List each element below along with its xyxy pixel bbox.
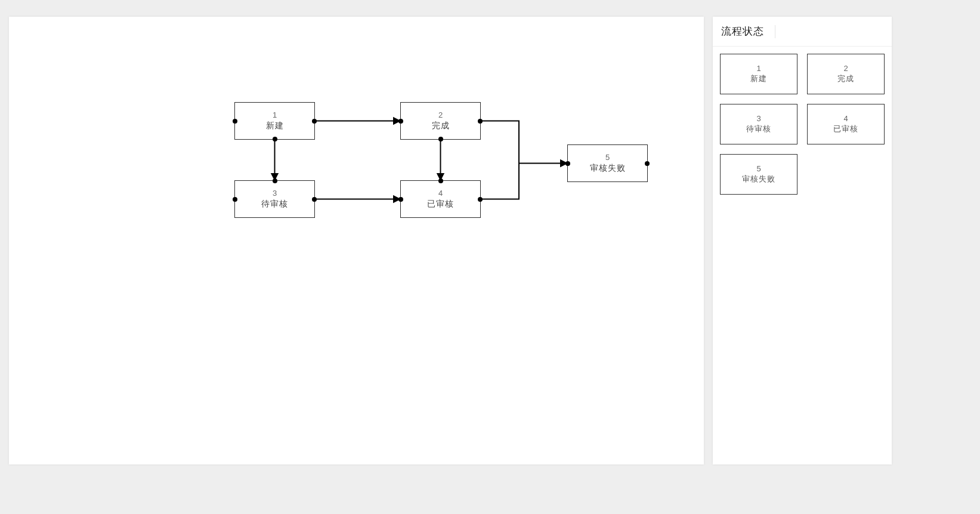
node-port-right[interactable] <box>478 119 483 124</box>
flow-edge-layer <box>9 17 704 464</box>
palette-node-5[interactable]: 5审核失败 <box>720 154 797 195</box>
side-panel-header: 流程状态 <box>713 17 892 47</box>
side-panel: 流程状态 1新建2完成3待审核4已审核5审核失败 <box>713 17 892 464</box>
flow-node-number: 4 <box>438 189 443 198</box>
node-port-left[interactable] <box>398 197 403 202</box>
flow-node-number: 1 <box>273 110 277 119</box>
flow-node-label: 完成 <box>432 121 450 131</box>
palette-node-2[interactable]: 2完成 <box>807 54 885 94</box>
palette-node-label: 待审核 <box>746 124 771 134</box>
node-port-top[interactable] <box>273 178 277 183</box>
flow-node-1[interactable]: 1新建 <box>234 102 315 140</box>
flow-edge-2-5[interactable] <box>481 121 519 199</box>
node-port-left[interactable] <box>233 119 237 124</box>
flow-node-3[interactable]: 3待审核 <box>234 180 315 218</box>
palette-node-number: 1 <box>756 64 760 73</box>
flow-node-number: 3 <box>273 189 277 198</box>
palette-node-label: 新建 <box>750 73 767 84</box>
node-port-left[interactable] <box>233 197 237 202</box>
flow-node-label: 新建 <box>266 121 284 131</box>
flow-node-number: 2 <box>438 110 443 119</box>
flow-canvas-panel: 1新建2完成3待审核4已审核5审核失败 <box>9 17 704 464</box>
node-port-right[interactable] <box>312 119 317 124</box>
palette-node-number: 5 <box>756 164 760 173</box>
side-panel-title: 流程状态 <box>721 24 764 38</box>
palette-node-label: 审核失败 <box>742 174 775 184</box>
palette-node-3[interactable]: 3待审核 <box>720 104 797 144</box>
flow-node-label: 已审核 <box>427 199 454 210</box>
flow-node-label: 待审核 <box>261 199 288 210</box>
side-panel-title-divider <box>775 25 775 38</box>
node-port-left[interactable] <box>565 161 570 166</box>
palette-node-4[interactable]: 4已审核 <box>807 104 885 144</box>
flow-edge-4-5[interactable] <box>481 164 567 199</box>
node-port-bottom[interactable] <box>438 137 443 141</box>
palette-node-label: 已审核 <box>833 124 858 134</box>
flow-node-2[interactable]: 2完成 <box>400 102 481 140</box>
node-port-left[interactable] <box>398 119 403 124</box>
palette-node-1[interactable]: 1新建 <box>720 54 797 94</box>
flow-canvas[interactable]: 1新建2完成3待审核4已审核5审核失败 <box>9 17 704 464</box>
node-port-bottom[interactable] <box>273 137 277 141</box>
flow-node-label: 审核失败 <box>590 163 626 174</box>
palette-node-label: 完成 <box>837 73 854 84</box>
node-port-right[interactable] <box>478 197 483 202</box>
palette-node-number: 3 <box>756 114 760 123</box>
palette-node-number: 2 <box>843 64 848 73</box>
node-port-right[interactable] <box>645 161 650 166</box>
node-port-right[interactable] <box>312 197 317 202</box>
flow-node-5[interactable]: 5审核失败 <box>567 144 648 182</box>
flow-node-number: 5 <box>605 153 610 162</box>
state-palette: 1新建2完成3待审核4已审核5审核失败 <box>713 47 892 202</box>
flow-node-4[interactable]: 4已审核 <box>400 180 481 218</box>
node-port-top[interactable] <box>438 178 443 183</box>
palette-node-number: 4 <box>843 114 848 123</box>
